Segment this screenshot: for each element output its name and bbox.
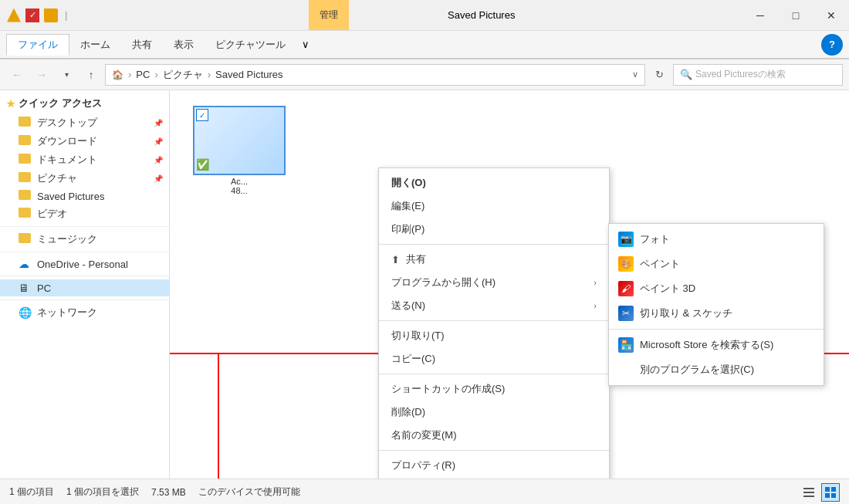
submenu-item-paint3d[interactable]: 🖌 ペイント 3D: [609, 276, 824, 301]
sidebar: ★ クイック アクセス デスクトップ 📌 ダウンロード 📌 ドキュメント 📌: [0, 90, 170, 479]
context-menu-copy[interactable]: コピー(C): [379, 347, 609, 370]
window-title: Saved Pictures: [448, 9, 515, 21]
pictures-label: ピクチャ: [37, 171, 77, 185]
network-label: ネットワーク: [37, 306, 97, 320]
minimize-button[interactable]: ─: [742, 0, 778, 31]
submenu: 📷 フォト 🎨 ペイント 🖌 ペイント 3D ✂ 切り取り & スケッチ 🏪 M…: [608, 223, 824, 386]
context-menu-edit[interactable]: 編集(E): [379, 194, 609, 218]
divider-d: [379, 450, 609, 451]
context-menu-send-to[interactable]: 送る(N) ›: [379, 294, 609, 317]
context-menu-open-with[interactable]: プログラムから開く(H) ›: [379, 271, 609, 294]
sidebar-item-onedrive[interactable]: ☁ OneDrive - Personal: [0, 255, 169, 272]
submenu-item-store[interactable]: 🏪 Microsoft Store を検索する(S): [609, 333, 824, 357]
context-menu-delete[interactable]: 削除(D): [379, 401, 609, 424]
context-menu-print[interactable]: 印刷(P): [379, 218, 609, 241]
search-box[interactable]: 🔍 Saved Picturesの検索: [673, 64, 843, 86]
svg-rect-4: [831, 487, 836, 492]
context-menu-share[interactable]: ⬆ 共有: [379, 248, 609, 271]
sidebar-item-desktop[interactable]: デスクトップ 📌: [0, 113, 169, 132]
divider2: [0, 252, 169, 252]
tab-picture-tools[interactable]: ピクチャツール: [205, 35, 296, 55]
submenu-item-other[interactable]: 別のプログラムを選択(C): [609, 357, 824, 382]
refresh-button[interactable]: ↻: [648, 64, 670, 86]
tile-view-button[interactable]: [821, 483, 840, 502]
sidebar-item-pictures[interactable]: ピクチャ 📌: [0, 169, 169, 188]
pin-icon-dl: 📌: [154, 137, 163, 146]
quick-access-label: クイック アクセス: [19, 96, 102, 110]
ribbon-manage-tab[interactable]: 管理: [309, 0, 349, 30]
svg-rect-2: [803, 496, 814, 497]
tab-file[interactable]: ファイル: [6, 34, 69, 56]
check-icon: ✓: [25, 8, 40, 23]
store-app-icon: 🏪: [618, 337, 634, 353]
sidebar-item-downloads[interactable]: ダウンロード 📌: [0, 132, 169, 151]
back-button[interactable]: ←: [6, 64, 28, 86]
item-count: 1 個の項目: [9, 485, 54, 499]
ribbon: ファイル ホーム 共有 表示 ピクチャツール ∨ ?: [0, 31, 849, 59]
folder-icon-desktop: [19, 117, 32, 129]
file-name-label: Ac...48...: [193, 177, 286, 195]
context-menu: 開く(O) 編集(E) 印刷(P) ⬆ 共有 プログラムから開く(H) › 送る…: [378, 167, 610, 479]
list-view-button[interactable]: [800, 483, 818, 502]
share-icon: ⬆: [391, 254, 400, 266]
sidebar-item-documents[interactable]: ドキュメント 📌: [0, 151, 169, 169]
breadcrumb-saved-pictures[interactable]: Saved Pictures: [215, 69, 282, 80]
breadcrumb-pictures[interactable]: ピクチャ: [163, 68, 203, 82]
maximize-button[interactable]: □: [778, 0, 813, 31]
context-menu-properties[interactable]: プロパティ(R): [379, 454, 609, 477]
search-icon: 🔍: [680, 69, 692, 80]
address-bar: ← → ▾ ↑ 🏠 › PC › ピクチャ › Saved Pictures ∨…: [0, 59, 849, 90]
recent-locations-button[interactable]: ▾: [56, 64, 77, 86]
folder-icon-downloads: [19, 135, 32, 147]
svg-rect-3: [825, 487, 830, 492]
sidebar-item-network[interactable]: 🌐 ネットワーク: [0, 303, 169, 322]
submenu-item-photo[interactable]: 📷 フォト: [609, 227, 824, 252]
main-layout: ★ クイック アクセス デスクトップ 📌 ダウンロード 📌 ドキュメント 📌: [0, 90, 849, 479]
status-bar: 1 個の項目 1 個の項目を選択 7.53 MB このデバイスで使用可能: [0, 479, 849, 504]
tab-home[interactable]: ホーム: [69, 35, 121, 55]
tab-share[interactable]: 共有: [121, 35, 163, 55]
sidebar-item-music[interactable]: ミュージック: [0, 230, 169, 249]
sep1: ›: [128, 69, 131, 80]
help-button[interactable]: ?: [821, 34, 843, 56]
divider3: [0, 276, 169, 276]
quick-access-header[interactable]: ★ クイック アクセス: [0, 93, 169, 113]
documents-label: ドキュメント: [37, 153, 97, 167]
svg-rect-5: [825, 493, 830, 498]
sidebar-item-saved-pictures[interactable]: Saved Pictures: [0, 188, 169, 205]
folder-icon-music: [19, 233, 32, 245]
divider-a: [379, 244, 609, 245]
video-label: ビデオ: [37, 207, 67, 221]
pc-label: PC: [37, 282, 51, 294]
breadcrumb-pc[interactable]: PC: [136, 69, 150, 80]
submenu-item-paint[interactable]: 🎨 ペイント: [609, 252, 824, 276]
file-item[interactable]: ✓ ✅ Ac...48...: [193, 106, 286, 195]
context-menu-create-shortcut[interactable]: ショートカットの作成(S): [379, 377, 609, 401]
device-status: このデバイスで使用可能: [198, 485, 300, 499]
tab-view[interactable]: 表示: [163, 35, 205, 55]
search-placeholder: Saved Picturesの検索: [695, 68, 786, 81]
close-button[interactable]: ✕: [813, 0, 849, 31]
desktop-label: デスクトップ: [37, 116, 97, 130]
context-menu-open[interactable]: 開く(O): [379, 171, 609, 194]
title-bar: ✓ | 管理 Saved Pictures ─ □ ✕: [0, 0, 849, 31]
ribbon-expand-button[interactable]: ∨: [296, 36, 315, 54]
foto-label: フォト: [640, 232, 670, 246]
sync-check-icon: ✅: [196, 158, 209, 171]
snip-app-icon: ✂: [618, 306, 634, 321]
divider1: [0, 226, 169, 227]
divider4: [0, 299, 169, 300]
submenu-item-snip[interactable]: ✂ 切り取り & スケッチ: [609, 301, 824, 326]
address-box[interactable]: 🏠 › PC › ピクチャ › Saved Pictures ∨: [105, 64, 645, 86]
divider-b: [379, 320, 609, 321]
up-button[interactable]: ↑: [80, 64, 102, 86]
paint3d-app-icon: 🖌: [618, 281, 634, 296]
sidebar-item-pc[interactable]: 🖥 PC: [0, 279, 169, 296]
context-menu-rename[interactable]: 名前の変更(M): [379, 424, 609, 447]
sidebar-item-video[interactable]: ビデオ: [0, 205, 169, 223]
store-label: Microsoft Store を検索する(S): [640, 338, 773, 352]
context-menu-cut[interactable]: 切り取り(T): [379, 324, 609, 347]
forward-button[interactable]: →: [31, 64, 52, 86]
chevron-right-icon-2: ›: [594, 301, 597, 310]
checkbox-overlay[interactable]: ✓: [196, 109, 208, 121]
